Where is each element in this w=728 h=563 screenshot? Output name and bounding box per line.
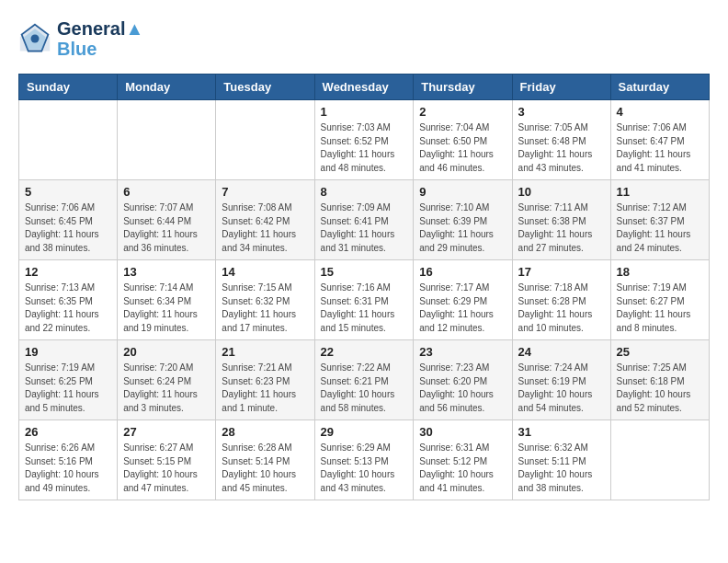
- day-info: Sunrise: 7:19 AMSunset: 6:25 PMDaylight:…: [25, 362, 111, 415]
- day-number: 22: [321, 345, 408, 359]
- day-info: Sunrise: 7:06 AMSunset: 6:47 PMDaylight:…: [617, 121, 703, 175]
- day-info: Sunrise: 7:22 AMSunset: 6:21 PMDaylight:…: [321, 362, 408, 415]
- day-number: 29: [321, 425, 408, 439]
- day-number: 23: [419, 345, 506, 359]
- day-info: Sunrise: 7:07 AMSunset: 6:44 PMDaylight:…: [123, 201, 210, 255]
- day-number: 5: [25, 185, 111, 199]
- calendar-week-3: 12Sunrise: 7:13 AMSunset: 6:35 PMDayligh…: [19, 260, 710, 340]
- day-info: Sunrise: 6:26 AMSunset: 5:16 PMDaylight:…: [25, 442, 111, 495]
- calendar-cell: 17Sunrise: 7:18 AMSunset: 6:28 PMDayligh…: [512, 260, 610, 340]
- day-info: Sunrise: 7:16 AMSunset: 6:31 PMDaylight:…: [321, 282, 408, 335]
- calendar-week-2: 5Sunrise: 7:06 AMSunset: 6:45 PMDaylight…: [19, 180, 710, 260]
- day-number: 2: [419, 105, 506, 119]
- svg-point-3: [31, 35, 40, 43]
- calendar-week-1: 1Sunrise: 7:03 AMSunset: 6:52 PMDaylight…: [19, 100, 710, 180]
- calendar-header-sunday: Sunday: [19, 75, 118, 100]
- calendar-table: SundayMondayTuesdayWednesdayThursdayFrid…: [18, 74, 710, 500]
- calendar-cell: 12Sunrise: 7:13 AMSunset: 6:35 PMDayligh…: [19, 260, 118, 340]
- day-number: 10: [518, 185, 605, 199]
- calendar-cell: 22Sunrise: 7:22 AMSunset: 6:21 PMDayligh…: [314, 340, 414, 420]
- calendar-cell: 8Sunrise: 7:09 AMSunset: 6:41 PMDaylight…: [314, 180, 414, 260]
- calendar-cell: 6Sunrise: 7:07 AMSunset: 6:44 PMDaylight…: [118, 180, 216, 260]
- page-header: General▲ Blue: [18, 18, 710, 59]
- day-info: Sunrise: 7:18 AMSunset: 6:28 PMDaylight:…: [518, 282, 605, 335]
- day-number: 31: [518, 425, 605, 439]
- calendar-header-wednesday: Wednesday: [314, 75, 414, 100]
- day-number: 16: [419, 265, 506, 279]
- day-info: Sunrise: 7:24 AMSunset: 6:19 PMDaylight:…: [518, 362, 605, 415]
- day-number: 25: [617, 345, 703, 359]
- day-number: 21: [222, 345, 308, 359]
- calendar-week-4: 19Sunrise: 7:19 AMSunset: 6:25 PMDayligh…: [19, 340, 710, 420]
- day-info: Sunrise: 7:08 AMSunset: 6:42 PMDaylight:…: [222, 201, 308, 255]
- day-number: 15: [321, 265, 408, 279]
- calendar-cell: 31Sunrise: 6:32 AMSunset: 5:11 PMDayligh…: [512, 420, 610, 500]
- day-number: 8: [321, 185, 408, 199]
- calendar-cell: 11Sunrise: 7:12 AMSunset: 6:37 PMDayligh…: [610, 180, 709, 260]
- day-info: Sunrise: 6:32 AMSunset: 5:11 PMDaylight:…: [518, 442, 605, 495]
- calendar-cell: 3Sunrise: 7:05 AMSunset: 6:48 PMDaylight…: [512, 100, 610, 180]
- day-number: 17: [518, 265, 605, 279]
- day-info: Sunrise: 6:27 AMSunset: 5:15 PMDaylight:…: [123, 442, 210, 495]
- day-number: 11: [617, 185, 703, 199]
- logo: General▲ Blue: [18, 18, 143, 59]
- calendar-cell: 13Sunrise: 7:14 AMSunset: 6:34 PMDayligh…: [118, 260, 216, 340]
- day-number: 12: [25, 265, 111, 279]
- calendar-cell: 5Sunrise: 7:06 AMSunset: 6:45 PMDaylight…: [19, 180, 118, 260]
- calendar-header-thursday: Thursday: [414, 75, 512, 100]
- calendar-header-row: SundayMondayTuesdayWednesdayThursdayFrid…: [19, 75, 710, 100]
- calendar-cell: 4Sunrise: 7:06 AMSunset: 6:47 PMDaylight…: [610, 100, 709, 180]
- day-info: Sunrise: 7:06 AMSunset: 6:45 PMDaylight:…: [25, 201, 111, 255]
- calendar-cell: [610, 420, 709, 500]
- day-info: Sunrise: 7:11 AMSunset: 6:38 PMDaylight:…: [518, 201, 605, 255]
- day-info: Sunrise: 7:04 AMSunset: 6:50 PMDaylight:…: [419, 121, 506, 175]
- day-number: 9: [419, 185, 506, 199]
- day-info: Sunrise: 7:20 AMSunset: 6:24 PMDaylight:…: [123, 362, 210, 415]
- day-number: 1: [321, 105, 408, 119]
- day-number: 28: [222, 425, 308, 439]
- calendar-cell: 25Sunrise: 7:25 AMSunset: 6:18 PMDayligh…: [610, 340, 709, 420]
- calendar-cell: 14Sunrise: 7:15 AMSunset: 6:32 PMDayligh…: [216, 260, 314, 340]
- calendar-cell: 1Sunrise: 7:03 AMSunset: 6:52 PMDaylight…: [314, 100, 414, 180]
- day-number: 24: [518, 345, 605, 359]
- calendar-cell: 9Sunrise: 7:10 AMSunset: 6:39 PMDaylight…: [414, 180, 512, 260]
- calendar-cell: 27Sunrise: 6:27 AMSunset: 5:15 PMDayligh…: [118, 420, 216, 500]
- day-info: Sunrise: 7:09 AMSunset: 6:41 PMDaylight:…: [321, 201, 408, 255]
- day-number: 19: [25, 345, 111, 359]
- calendar-header-tuesday: Tuesday: [216, 75, 314, 100]
- day-info: Sunrise: 7:25 AMSunset: 6:18 PMDaylight:…: [617, 362, 703, 415]
- day-info: Sunrise: 7:23 AMSunset: 6:20 PMDaylight:…: [419, 362, 506, 415]
- calendar-cell: 10Sunrise: 7:11 AMSunset: 6:38 PMDayligh…: [512, 180, 610, 260]
- day-info: Sunrise: 7:14 AMSunset: 6:34 PMDaylight:…: [123, 282, 210, 335]
- day-number: 7: [222, 185, 308, 199]
- day-number: 14: [222, 265, 308, 279]
- day-number: 3: [518, 105, 605, 119]
- calendar-cell: 19Sunrise: 7:19 AMSunset: 6:25 PMDayligh…: [19, 340, 118, 420]
- day-info: Sunrise: 7:21 AMSunset: 6:23 PMDaylight:…: [222, 362, 308, 415]
- calendar-cell: [216, 100, 314, 180]
- day-number: 20: [123, 345, 210, 359]
- calendar-cell: 30Sunrise: 6:31 AMSunset: 5:12 PMDayligh…: [414, 420, 512, 500]
- day-number: 13: [123, 265, 210, 279]
- calendar-cell: 28Sunrise: 6:28 AMSunset: 5:14 PMDayligh…: [216, 420, 314, 500]
- calendar-cell: 2Sunrise: 7:04 AMSunset: 6:50 PMDaylight…: [414, 100, 512, 180]
- calendar-cell: 26Sunrise: 6:26 AMSunset: 5:16 PMDayligh…: [19, 420, 118, 500]
- logo-text: General▲ Blue: [57, 18, 143, 59]
- calendar-cell: 23Sunrise: 7:23 AMSunset: 6:20 PMDayligh…: [414, 340, 512, 420]
- day-info: Sunrise: 6:31 AMSunset: 5:12 PMDaylight:…: [419, 442, 506, 495]
- day-info: Sunrise: 7:03 AMSunset: 6:52 PMDaylight:…: [321, 121, 408, 175]
- day-info: Sunrise: 7:19 AMSunset: 6:27 PMDaylight:…: [617, 282, 703, 335]
- calendar-cell: [19, 100, 118, 180]
- calendar-cell: 29Sunrise: 6:29 AMSunset: 5:13 PMDayligh…: [314, 420, 414, 500]
- calendar-cell: 16Sunrise: 7:17 AMSunset: 6:29 PMDayligh…: [414, 260, 512, 340]
- day-info: Sunrise: 7:17 AMSunset: 6:29 PMDaylight:…: [419, 282, 506, 335]
- calendar-cell: 20Sunrise: 7:20 AMSunset: 6:24 PMDayligh…: [118, 340, 216, 420]
- calendar-cell: 15Sunrise: 7:16 AMSunset: 6:31 PMDayligh…: [314, 260, 414, 340]
- day-info: Sunrise: 6:29 AMSunset: 5:13 PMDaylight:…: [321, 442, 408, 495]
- day-number: 30: [419, 425, 506, 439]
- calendar-cell: [118, 100, 216, 180]
- day-info: Sunrise: 6:28 AMSunset: 5:14 PMDaylight:…: [222, 442, 308, 495]
- day-number: 27: [123, 425, 210, 439]
- calendar-cell: 21Sunrise: 7:21 AMSunset: 6:23 PMDayligh…: [216, 340, 314, 420]
- calendar-cell: 7Sunrise: 7:08 AMSunset: 6:42 PMDaylight…: [216, 180, 314, 260]
